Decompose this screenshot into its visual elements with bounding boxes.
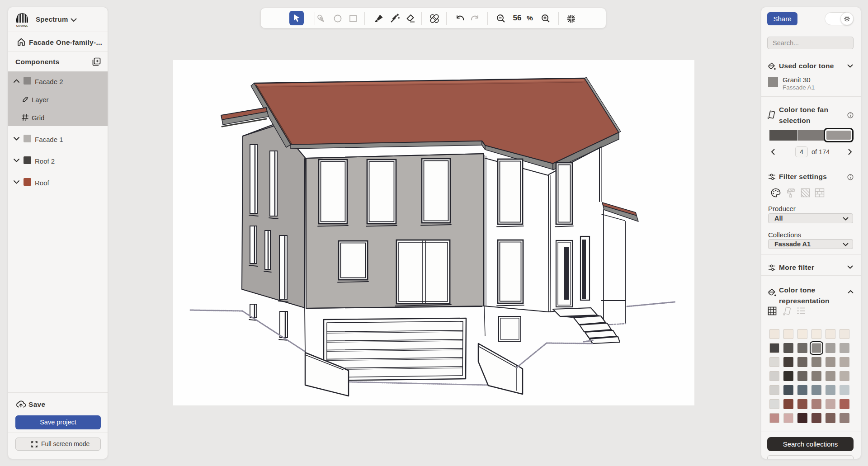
svg-text:CAPAROL: CAPAROL <box>16 24 28 27</box>
